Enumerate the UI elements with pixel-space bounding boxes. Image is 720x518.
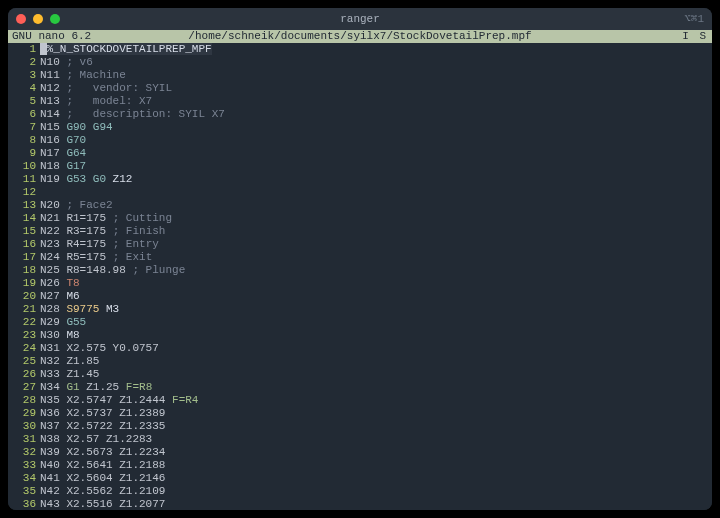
line-number: 10 xyxy=(12,160,36,173)
editor-line: 11N19 G53 G0 Z12 xyxy=(12,173,708,186)
editor-line: 4N12 ; vendor: SYIL xyxy=(12,82,708,95)
line-content: N21 R1=175 ; Cutting xyxy=(40,212,708,225)
line-content: N28 S9775 M3 xyxy=(40,303,708,316)
editor-line: 35N42 X2.5562 Z1.2109 xyxy=(12,485,708,498)
window-title: ranger xyxy=(8,13,712,26)
line-content: N18 G17 xyxy=(40,160,708,173)
line-content: N23 R4=175 ; Entry xyxy=(40,238,708,251)
editor-area[interactable]: 1 %_N_STOCKDOVETAILPREP_MPF2N10 ; v63N11… xyxy=(8,43,712,510)
line-content: N32 Z1.85 xyxy=(40,355,708,368)
line-content: N24 R5=175 ; Exit xyxy=(40,251,708,264)
titlebar: ranger ⌥⌘1 xyxy=(8,8,712,30)
line-number: 31 xyxy=(12,433,36,446)
line-content: N25 R8=148.98 ; Plunge xyxy=(40,264,708,277)
editor-line: 3N11 ; Machine xyxy=(12,69,708,82)
line-number: 28 xyxy=(12,394,36,407)
line-number: 12 xyxy=(12,186,36,199)
line-number: 32 xyxy=(12,446,36,459)
line-number: 9 xyxy=(12,147,36,160)
line-number: 7 xyxy=(12,121,36,134)
line-content: N14 ; description: SYIL X7 xyxy=(40,108,708,121)
editor-line: 29N36 X2.5737 Z1.2389 xyxy=(12,407,708,420)
terminal-window: ranger ⌥⌘1 GNU nano 6.2 /home/schneik/do… xyxy=(8,8,712,510)
line-content: N27 M6 xyxy=(40,290,708,303)
line-content: N39 X2.5673 Z1.2234 xyxy=(40,446,708,459)
editor-line: 22N29 G55 xyxy=(12,316,708,329)
editor-line: 32N39 X2.5673 Z1.2234 xyxy=(12,446,708,459)
line-number: 22 xyxy=(12,316,36,329)
line-content: N17 G64 xyxy=(40,147,708,160)
line-content: N22 R3=175 ; Finish xyxy=(40,225,708,238)
editor-line: 31N38 X2.57 Z1.2283 xyxy=(12,433,708,446)
editor-line: 7N15 G90 G94 xyxy=(12,121,708,134)
line-number: 27 xyxy=(12,381,36,394)
line-content: N29 G55 xyxy=(40,316,708,329)
line-content: N11 ; Machine xyxy=(40,69,708,82)
line-content: N26 T8 xyxy=(40,277,708,290)
line-content xyxy=(40,186,708,199)
editor-line: 19N26 T8 xyxy=(12,277,708,290)
editor-line: 30N37 X2.5722 Z1.2335 xyxy=(12,420,708,433)
line-content: N30 M8 xyxy=(40,329,708,342)
editor-line: 24N31 X2.575 Y0.0757 xyxy=(12,342,708,355)
line-number: 33 xyxy=(12,459,36,472)
line-number: 8 xyxy=(12,134,36,147)
line-content: N38 X2.57 Z1.2283 xyxy=(40,433,708,446)
line-content: N37 X2.5722 Z1.2335 xyxy=(40,420,708,433)
line-content: N34 G1 Z1.25 F=R8 xyxy=(40,381,708,394)
line-number: 24 xyxy=(12,342,36,355)
line-number: 18 xyxy=(12,264,36,277)
editor-line: 9N17 G64 xyxy=(12,147,708,160)
editor-line: 10N18 G17 xyxy=(12,160,708,173)
line-number: 15 xyxy=(12,225,36,238)
line-content: N15 G90 G94 xyxy=(40,121,708,134)
editor-line: 8N16 G70 xyxy=(12,134,708,147)
nano-header: GNU nano 6.2 /home/schneik/documents/syi… xyxy=(8,30,712,43)
line-number: 11 xyxy=(12,173,36,186)
line-number: 30 xyxy=(12,420,36,433)
line-number: 1 xyxy=(12,43,36,56)
editor-line: 16N23 R4=175 ; Entry xyxy=(12,238,708,251)
line-number: 26 xyxy=(12,368,36,381)
line-number: 23 xyxy=(12,329,36,342)
line-content: N40 X2.5641 Z1.2188 xyxy=(40,459,708,472)
line-number: 14 xyxy=(12,212,36,225)
line-number: 29 xyxy=(12,407,36,420)
file-path: /home/schneik/documents/syilx7/StockDove… xyxy=(8,30,712,43)
line-number: 6 xyxy=(12,108,36,121)
editor-line: 21N28 S9775 M3 xyxy=(12,303,708,316)
line-number: 16 xyxy=(12,238,36,251)
line-content: N20 ; Face2 xyxy=(40,199,708,212)
line-content: N41 X2.5604 Z1.2146 xyxy=(40,472,708,485)
line-content: N42 X2.5562 Z1.2109 xyxy=(40,485,708,498)
line-number: 5 xyxy=(12,95,36,108)
line-content: N12 ; vendor: SYIL xyxy=(40,82,708,95)
line-number: 36 xyxy=(12,498,36,510)
editor-line: 14N21 R1=175 ; Cutting xyxy=(12,212,708,225)
line-content: N19 G53 G0 Z12 xyxy=(40,173,708,186)
editor-line: 5N13 ; model: X7 xyxy=(12,95,708,108)
line-number: 21 xyxy=(12,303,36,316)
editor-line: 34N41 X2.5604 Z1.2146 xyxy=(12,472,708,485)
editor-line: 28N35 X2.5747 Z1.2444 F=R4 xyxy=(12,394,708,407)
line-number: 35 xyxy=(12,485,36,498)
editor-line: 27N34 G1 Z1.25 F=R8 xyxy=(12,381,708,394)
editor-line: 26N33 Z1.45 xyxy=(12,368,708,381)
line-content: %_N_STOCKDOVETAILPREP_MPF xyxy=(40,43,708,56)
line-content: N31 X2.575 Y0.0757 xyxy=(40,342,708,355)
line-content: N16 G70 xyxy=(40,134,708,147)
line-content: N43 X2.5516 Z1.2077 xyxy=(40,498,708,510)
editor-line: 6N14 ; description: SYIL X7 xyxy=(12,108,708,121)
line-number: 19 xyxy=(12,277,36,290)
line-number: 34 xyxy=(12,472,36,485)
editor-line: 15N22 R3=175 ; Finish xyxy=(12,225,708,238)
editor-line: 12 xyxy=(12,186,708,199)
editor-line: 20N27 M6 xyxy=(12,290,708,303)
editor-line: 17N24 R5=175 ; Exit xyxy=(12,251,708,264)
line-number: 20 xyxy=(12,290,36,303)
line-number: 25 xyxy=(12,355,36,368)
editor-line: 1 %_N_STOCKDOVETAILPREP_MPF xyxy=(12,43,708,56)
line-number: 17 xyxy=(12,251,36,264)
editor-line: 2N10 ; v6 xyxy=(12,56,708,69)
editor-line: 13N20 ; Face2 xyxy=(12,199,708,212)
